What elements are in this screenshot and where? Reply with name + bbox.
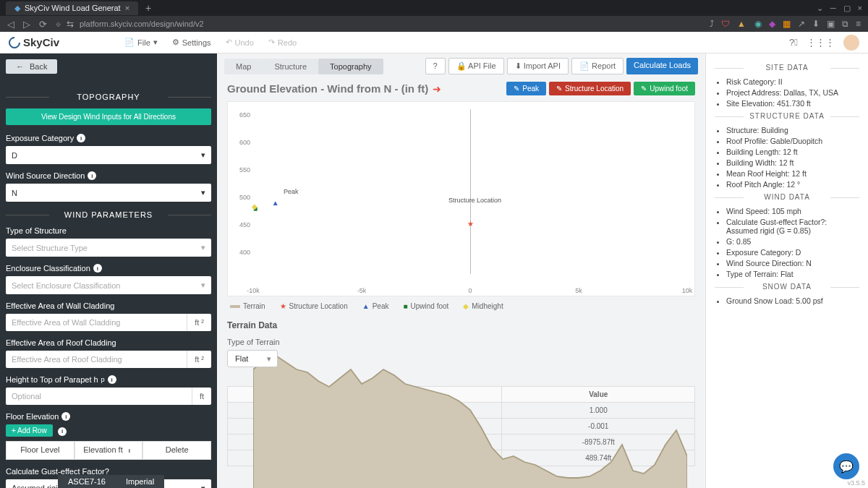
browser-tab[interactable]: ◆ SkyCiv Wind Load Generat × xyxy=(6,1,138,15)
menu-icon[interactable]: ≡ xyxy=(856,19,861,29)
info-icon[interactable]: i xyxy=(77,134,85,142)
brand-text: SkyCiv xyxy=(23,36,59,48)
avatar[interactable] xyxy=(843,35,859,51)
chart-marker: ▲ xyxy=(272,199,279,207)
settings-menu[interactable]: ⚙ Settings xyxy=(172,38,211,47)
ext-icon-3[interactable]: ▦ xyxy=(783,19,791,29)
floor-table-header: Floor Level Elevation ft i Delete xyxy=(6,441,211,460)
data-item: Roof Profile: Gable/Duopitch xyxy=(726,137,859,145)
exposure-category-label: Exposure Categoryi xyxy=(6,134,211,142)
exposure-category-select[interactable]: D▾ xyxy=(6,146,211,164)
roof-cladding-input[interactable]: Effective Area of Roof Cladding xyxy=(6,351,187,368)
elevation-chart: 400450500550600650 Peak Structure Locati… xyxy=(227,101,695,296)
undo-button[interactable]: ↶ Undo xyxy=(226,38,254,47)
info-icon[interactable]: i xyxy=(58,427,67,436)
data-item: Project Address: Dallas, TX, USA xyxy=(726,88,859,97)
calculate-button[interactable]: Calculate Loads xyxy=(626,58,698,74)
terrain-type-select[interactable]: Flat xyxy=(227,350,278,367)
ext-icon-6[interactable]: ▣ xyxy=(827,19,835,29)
section-header-wind-params: WIND PARAMETERS xyxy=(6,210,211,219)
browser-tab-bar: ◆ SkyCiv Wind Load Generat × + ⌄ ─ ▢ × xyxy=(0,0,868,16)
ext-icon-5[interactable]: ⬇ xyxy=(812,19,820,29)
back-button[interactable]: ← Back xyxy=(6,59,57,74)
wind-data-header: WIND DATA xyxy=(715,193,859,201)
close-window-icon[interactable]: × xyxy=(858,4,862,13)
shield-icon[interactable]: 🛡 xyxy=(721,19,730,29)
tab-map[interactable]: Map xyxy=(224,59,263,74)
chip-structure[interactable]: ✎ Structure Location xyxy=(549,82,631,95)
file-menu[interactable]: 📄 File ▾ xyxy=(124,38,158,47)
chevron-down-icon: ▾ xyxy=(201,150,205,160)
apps-icon[interactable]: ⋮⋮⋮ xyxy=(807,37,835,48)
minimize-icon[interactable]: ⌄ xyxy=(817,4,823,13)
parapet-label: Height to Top of Parapet hp i xyxy=(6,375,211,384)
logo-icon xyxy=(7,34,23,51)
wind-source-select[interactable]: N▾ xyxy=(6,184,211,202)
data-item: Building Length: 12 ft xyxy=(726,147,859,156)
data-item: Wind Source Direction: N xyxy=(726,259,859,267)
floor-elev-label: Floor Elevationi xyxy=(6,412,211,421)
tab-topography[interactable]: Topography xyxy=(318,59,383,74)
data-item: G: 0.85 xyxy=(726,237,859,246)
chart-title: Ground Elevation - Wind from N - (in ft) xyxy=(227,82,428,95)
redo-button[interactable]: ↷ Redo xyxy=(268,38,297,47)
structure-annotation: Structure Location xyxy=(448,197,501,204)
structure-data-header: STRUCTURE DATA xyxy=(715,112,859,120)
floor-th-level: Floor Level xyxy=(6,441,75,460)
info-icon[interactable]: i xyxy=(88,171,96,180)
arrow-right-icon[interactable]: ➜ xyxy=(433,83,441,95)
info-icon[interactable]: i xyxy=(125,447,134,455)
new-tab-button[interactable]: + xyxy=(145,2,151,14)
data-item: Type of Terrain: Flat xyxy=(726,270,859,278)
wall-cladding-input[interactable]: Effective Area of Wall Cladding xyxy=(6,314,187,331)
brand-logo[interactable]: SkyCiv xyxy=(9,36,59,48)
ext-icon-2[interactable]: ◆ xyxy=(769,19,775,29)
chip-upwind[interactable]: ✎ Upwind foot xyxy=(634,82,695,95)
sidebar: ← Back TOPOGRAPHY View Design Wind Input… xyxy=(0,53,217,488)
code-toggle-imperial[interactable]: Imperial xyxy=(116,475,164,488)
code-toggle-asce[interactable]: ASCE7-16 xyxy=(58,475,116,488)
close-icon[interactable]: × xyxy=(125,4,129,12)
chip-peak[interactable]: ✎ Peak xyxy=(506,82,546,95)
minimize-window-icon[interactable]: ─ xyxy=(830,4,836,13)
type-structure-select[interactable]: Select Structure Type▾ xyxy=(6,239,211,257)
version-label: v3.5.5 xyxy=(847,479,865,487)
tab-structure[interactable]: Structure xyxy=(263,59,318,74)
section-header-topography: TOPOGRAPHY xyxy=(6,93,211,101)
site-data-header: SITE DATA xyxy=(715,64,859,72)
reload-icon[interactable]: ⟳ xyxy=(39,19,47,30)
api-file-button[interactable]: 🔒 API File xyxy=(448,58,504,74)
data-item: Ground Snow Load: 5.00 psf xyxy=(726,296,859,305)
help-button[interactable]: ? xyxy=(425,58,446,74)
type-structure-label: Type of Structure xyxy=(6,226,211,235)
info-icon[interactable]: i xyxy=(93,264,102,273)
data-item: Structure: Building xyxy=(726,126,859,134)
ext-icon-1[interactable]: ◉ xyxy=(754,19,762,29)
view-inputs-button[interactable]: View Design Wind Inputs for All Directio… xyxy=(6,108,211,125)
ext-icon-7[interactable]: ⧉ xyxy=(842,19,848,29)
data-item: Mean Roof Height: 12 ft xyxy=(726,169,859,178)
chat-bubble[interactable]: 💬 xyxy=(833,453,859,479)
url-bar: ◁ ▷ ⟳ ⟐ ⇆ platform.skyciv.com/design/win… xyxy=(0,16,868,32)
maximize-icon[interactable]: ▢ xyxy=(843,4,851,13)
url-text[interactable]: platform.skyciv.com/design/wind/v2 xyxy=(80,20,204,28)
info-icon[interactable]: i xyxy=(61,412,70,421)
data-item: Exposure Category: D xyxy=(726,248,859,257)
ext-icon-4[interactable]: ↗ xyxy=(798,19,805,29)
info-icon[interactable]: i xyxy=(108,375,116,384)
help-icon[interactable]: ?⃝ xyxy=(789,37,798,48)
enclosure-select[interactable]: Select Enclosure Classification▾ xyxy=(6,276,211,294)
add-row-button[interactable]: + Add Row xyxy=(6,424,53,437)
back-icon[interactable]: ◁ xyxy=(7,19,14,30)
import-api-button[interactable]: ⬇ Import API xyxy=(507,58,569,74)
data-item: Site Elevation: 451.730 ft xyxy=(726,99,859,108)
site-info-icon[interactable]: ⇆ xyxy=(67,19,74,29)
report-button[interactable]: 📄 Report xyxy=(571,58,624,74)
share-icon[interactable]: ⤴ xyxy=(710,19,714,29)
warn-icon[interactable]: ▲ xyxy=(737,19,746,29)
parapet-input[interactable]: Optional xyxy=(6,388,192,405)
forward-icon[interactable]: ▷ xyxy=(23,19,30,30)
bookmark-icon[interactable]: ⟐ xyxy=(56,19,61,29)
data-item: Roof Pitch Angle: 12 ° xyxy=(726,180,859,189)
snow-data-header: SNOW DATA xyxy=(715,283,859,291)
